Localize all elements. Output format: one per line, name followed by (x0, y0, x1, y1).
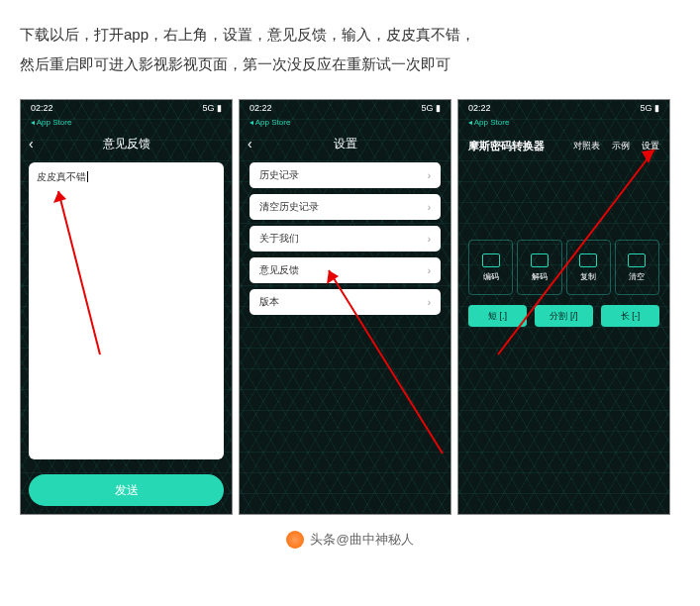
chevron-right-icon: › (428, 234, 431, 245)
encode-icon (482, 253, 500, 267)
chevron-right-icon: › (428, 297, 431, 308)
pill-row: 短 [.] 分割 [/] 长 [-] (468, 305, 659, 327)
status-bar: 02:22 5G ▮ (240, 100, 450, 118)
copy-icon (579, 253, 597, 267)
setting-feedback[interactable]: 意见反馈› (250, 257, 441, 283)
byline: 头条@曲中神秘人 (20, 531, 680, 549)
decode-icon (531, 253, 549, 267)
nav-settings[interactable]: 设置 (642, 140, 659, 152)
status-time: 02:22 (250, 103, 272, 115)
status-signal: 5G ▮ (421, 103, 441, 115)
status-signal: 5G ▮ (202, 103, 222, 115)
status-time: 02:22 (468, 103, 491, 115)
phone-home: 02:22 5G ▮ ◂ App Store 摩斯密码转换器 对照表 示例 设置… (457, 99, 670, 515)
tool-copy[interactable]: 复制 (566, 240, 611, 295)
screenshot-row: 02:22 5G ▮ ◂ App Store ‹ 意见反馈 皮皮真不错 发送 0… (20, 99, 680, 515)
nav-example[interactable]: 示例 (612, 140, 630, 152)
back-to-appstore[interactable]: ◂ App Store (240, 118, 450, 131)
clear-icon (628, 253, 646, 267)
feedback-input[interactable]: 皮皮真不错 (29, 162, 224, 459)
page-header: ‹ 意见反馈 (21, 131, 232, 156)
status-bar: 02:22 5G ▮ (458, 100, 669, 118)
chevron-right-icon: › (428, 265, 431, 276)
tool-encode[interactable]: 编码 (468, 240, 513, 295)
back-icon[interactable]: ‹ (29, 136, 34, 152)
tool-decode[interactable]: 解码 (517, 240, 561, 295)
status-bar: 02:22 5G ▮ (21, 100, 232, 118)
tool-clear[interactable]: 清空 (615, 240, 659, 295)
back-to-appstore[interactable]: ◂ App Store (21, 118, 232, 131)
nav-table[interactable]: 对照表 (573, 140, 600, 152)
byline-avatar-icon (286, 531, 304, 549)
pill-split[interactable]: 分割 [/] (535, 305, 593, 327)
send-button[interactable]: 发送 (29, 474, 224, 506)
back-icon[interactable]: ‹ (248, 136, 252, 152)
chevron-right-icon: › (428, 170, 431, 181)
chevron-right-icon: › (428, 202, 431, 213)
pill-short[interactable]: 短 [.] (468, 305, 527, 327)
status-signal: 5G ▮ (640, 103, 659, 115)
page-title: 意见反馈 (103, 136, 150, 152)
status-time: 02:22 (31, 103, 53, 115)
setting-clear-history[interactable]: 清空历史记录› (250, 194, 441, 220)
pill-long[interactable]: 长 [-] (601, 305, 659, 327)
page-header: ‹ 设置 (240, 131, 450, 156)
app-title: 摩斯密码转换器 (468, 139, 545, 153)
home-header: 摩斯密码转换器 对照表 示例 设置 (458, 131, 669, 160)
page-title: 设置 (334, 136, 357, 152)
setting-version[interactable]: 版本› (250, 289, 441, 315)
phone-settings: 02:22 5G ▮ ◂ App Store ‹ 设置 历史记录› 清空历史记录… (239, 99, 451, 515)
tool-grid: 编码 解码 复制 清空 (468, 240, 659, 295)
home-nav: 对照表 示例 设置 (573, 140, 659, 152)
back-to-appstore[interactable]: ◂ App Store (458, 118, 669, 131)
settings-list: 历史记录› 清空历史记录› 关于我们› 意见反馈› 版本› (240, 156, 450, 327)
setting-history[interactable]: 历史记录› (250, 162, 441, 188)
setting-about[interactable]: 关于我们› (250, 226, 441, 252)
phone-feedback: 02:22 5G ▮ ◂ App Store ‹ 意见反馈 皮皮真不错 发送 (20, 99, 233, 515)
instruction-text: 下载以后，打开app，右上角，设置，意见反馈，输入，皮皮真不错， 然后重启即可进… (20, 20, 680, 79)
